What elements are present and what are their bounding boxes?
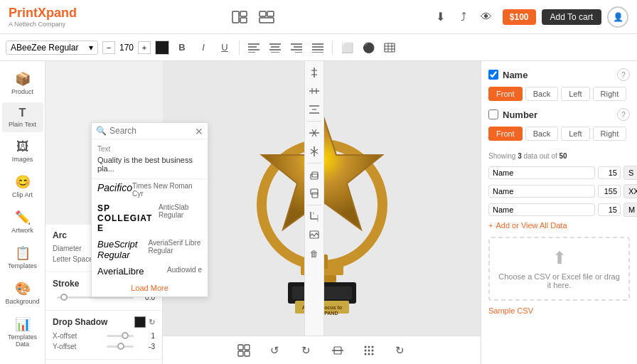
sidebar-item-product[interactable]: 📦 Product: [2, 67, 43, 100]
bold-button[interactable]: B: [173, 39, 191, 56]
font-item-buescript[interactable]: BueScript Regular AveriaSerif Libre Regu…: [92, 236, 208, 263]
tool-crop[interactable]: [306, 208, 323, 225]
number-checkbox[interactable]: [488, 109, 498, 119]
x-offset-label: X-offset: [53, 332, 102, 340]
eye-icon[interactable]: 👁: [476, 6, 497, 28]
underline-button[interactable]: U: [216, 39, 233, 56]
font-size-increase[interactable]: +: [138, 41, 151, 54]
name-checkbox[interactable]: [488, 70, 498, 80]
align-center-button[interactable]: [267, 39, 284, 56]
font-item-collegiat[interactable]: SP COLLEGIAT E AnticSlab Regular: [92, 200, 208, 236]
name-tab-back[interactable]: Back: [525, 87, 558, 101]
align-left-button[interactable]: [245, 39, 262, 56]
svg-rect-22: [385, 43, 395, 52]
font-size-decrease[interactable]: −: [102, 41, 115, 54]
text-color-picker[interactable]: [155, 41, 169, 55]
user-icon[interactable]: 👤: [607, 6, 628, 28]
number-help-icon[interactable]: ?: [617, 108, 630, 121]
font-search-bar: 🔍 ✕: [92, 123, 208, 139]
close-dropdown-icon[interactable]: ✕: [195, 126, 203, 137]
download-icon[interactable]: ⬇: [430, 6, 451, 28]
font-item-pacifico[interactable]: Pacifico Times New Roman Cyr: [92, 179, 208, 200]
tool-flip-v[interactable]: [306, 124, 323, 141]
sidebar-item-clipart[interactable]: 😊 Clip Art: [2, 170, 43, 203]
name-tab-right[interactable]: Right: [593, 87, 627, 101]
number-tab-left[interactable]: Left: [561, 127, 589, 141]
text-shape-icon[interactable]: ⬜: [338, 39, 355, 56]
undo-button[interactable]: ↺: [265, 341, 285, 360]
rotate-button[interactable]: ↻: [390, 341, 410, 360]
layout-icon-1[interactable]: [229, 6, 250, 28]
table-icon[interactable]: [381, 39, 398, 56]
italic-button[interactable]: I: [195, 39, 212, 56]
share-icon[interactable]: ⤴: [453, 6, 474, 28]
sidebar-item-templates[interactable]: 📋 Templates: [2, 241, 43, 274]
data-input-2[interactable]: [488, 185, 595, 198]
align-justify-button[interactable]: [309, 39, 326, 56]
tool-delete[interactable]: 🗑: [306, 245, 323, 262]
text-effect-icon[interactable]: ⚫: [360, 39, 377, 56]
number-tab-right[interactable]: Right: [593, 127, 627, 141]
data-size-1[interactable]: SMLXLXXL: [623, 166, 637, 180]
y-offset-slider[interactable]: [107, 346, 134, 348]
add-to-cart-button[interactable]: Add To cart: [542, 9, 601, 25]
data-num-3[interactable]: [598, 203, 621, 216]
number-tab-back[interactable]: Back: [525, 127, 558, 141]
sidebar-item-background[interactable]: 🎨 Background: [2, 277, 43, 309]
showing-text: Showing 3 data out of 50: [488, 152, 630, 160]
redo-button[interactable]: ↻: [296, 341, 316, 360]
name-help-icon[interactable]: ?: [617, 68, 630, 81]
data-size-2[interactable]: SMLXLXXL: [623, 184, 637, 198]
layout-icon-2[interactable]: [256, 6, 277, 28]
sidebar-item-images[interactable]: 🖼 Images: [2, 135, 43, 167]
svg-rect-0: [232, 11, 239, 23]
data-num-2[interactable]: [598, 185, 621, 198]
number-tab-front[interactable]: Front: [488, 127, 523, 141]
clipart-icon: 😊: [15, 174, 31, 190]
data-row-2: SMLXLXXL ✕: [488, 184, 630, 198]
chevron-down-icon: ▾: [89, 43, 93, 53]
sidebar-label-templates: Templates: [8, 262, 37, 269]
align-right-button[interactable]: [288, 39, 305, 56]
tool-align-v[interactable]: [306, 64, 323, 81]
add-data-link[interactable]: + Add or View All Data: [488, 221, 630, 230]
grid-toggle[interactable]: [234, 341, 254, 360]
shadow-reset-icon[interactable]: ↻: [149, 318, 155, 327]
font-search-input[interactable]: [109, 126, 203, 136]
data-num-1[interactable]: [598, 166, 621, 179]
name-tabs: Front Back Left Right: [488, 87, 630, 101]
data-size-3[interactable]: SMLXLXXL: [623, 203, 637, 217]
tool-layer-up[interactable]: [306, 166, 323, 183]
tool-layer-down[interactable]: [306, 185, 323, 202]
svg-rect-59: [238, 351, 243, 356]
sidebar-item-templates-data[interactable]: 📊 Templates Data: [2, 312, 43, 352]
tool-align-h[interactable]: [306, 82, 323, 100]
tool-distribute-v[interactable]: [306, 101, 323, 118]
align-tool[interactable]: [328, 341, 348, 360]
font-selector[interactable]: ABeeZee Regular ▾: [6, 41, 98, 55]
tool-flip-h[interactable]: [306, 143, 323, 160]
header-right: ⬇ ⤴ 👁 $100 Add To cart 👤: [430, 6, 628, 28]
sidebar-item-artwork[interactable]: ✏️ Artwork: [2, 205, 43, 238]
props-area: 🔍 ✕ Text Quality is the best business pl…: [46, 61, 163, 364]
right-panel: Name ? Front Back Left Right Number ? Fr…: [481, 61, 637, 364]
sample-csv-link[interactable]: Sample CSV: [488, 306, 630, 315]
x-offset-value: 1: [138, 332, 155, 340]
csv-drop-area[interactable]: ⬆ Choose a CSV or Excel file or drag it …: [488, 237, 630, 301]
toolbar: ABeeZee Regular ▾ − 170 + B I U ⬜ ⚫: [0, 34, 637, 61]
sidebar-item-plaintext[interactable]: T Plain Text: [2, 102, 43, 132]
font-item-averiaLibre[interactable]: AveriaLibre Audiowid e: [92, 263, 208, 279]
shadow-color-swatch[interactable]: [134, 316, 146, 328]
name-tab-left[interactable]: Left: [561, 87, 589, 101]
grid-dots[interactable]: [359, 341, 379, 360]
product-icon: 📦: [15, 71, 31, 87]
data-input-3[interactable]: [488, 203, 595, 216]
sidebar-label-clipart: Clip Art: [12, 191, 33, 198]
load-more-link[interactable]: Load More: [92, 279, 208, 296]
x-offset-slider[interactable]: [107, 335, 134, 337]
y-offset-value: -3: [138, 343, 155, 350]
svg-point-71: [371, 353, 373, 355]
tool-image-edit[interactable]: [306, 227, 323, 244]
name-tab-front[interactable]: Front: [488, 87, 523, 101]
data-input-1[interactable]: [488, 166, 595, 179]
